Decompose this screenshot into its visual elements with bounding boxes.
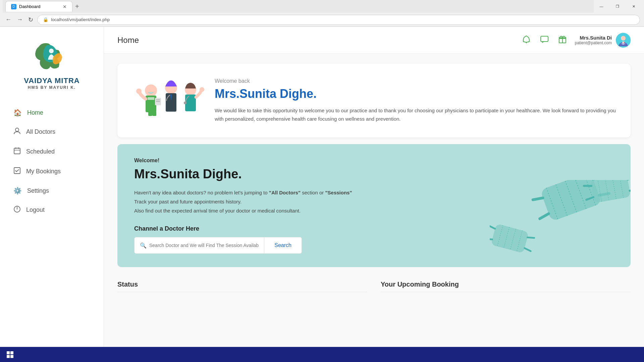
header-actions: Mrs.Sunita Di patient@patient.com	[521, 33, 631, 48]
sidebar-settings-label: Settings	[27, 187, 49, 194]
hero-welcome-label: Welcome!	[134, 158, 422, 164]
channel-label: Channel a Doctor Here	[134, 225, 422, 232]
scheduled-icon	[13, 147, 21, 156]
svg-point-18	[145, 84, 157, 97]
bell-button[interactable]	[521, 34, 532, 47]
hero-patient-name: Mrs.Sunita Dighe.	[134, 167, 422, 181]
sidebar-item-my-bookings[interactable]: My Bookings	[7, 162, 97, 181]
logout-icon	[13, 205, 21, 215]
search-row: 🔍 Search	[134, 237, 302, 254]
sidebar-home-label: Home	[27, 109, 43, 116]
svg-point-29	[184, 102, 186, 104]
svg-rect-64	[10, 355, 13, 358]
status-title: Status	[117, 281, 367, 292]
sidebar-doctors-label: All Doctors	[26, 128, 55, 135]
svg-line-35	[539, 214, 549, 219]
tab-title: Dashboard	[19, 4, 41, 9]
bookings-icon	[13, 167, 21, 176]
restore-button[interactable]: ❐	[610, 1, 625, 12]
url-text: localhost/vm/patient/index.php	[51, 17, 110, 22]
svg-point-1	[15, 128, 19, 131]
user-info: Mrs.Sunita Di patient@patient.com	[575, 35, 612, 45]
welcome-description: We would like to take this opportunity t…	[215, 106, 617, 123]
sidebar-item-home[interactable]: 🏠 Home	[7, 103, 97, 122]
logo-title: VAIDYA MITRA	[24, 76, 79, 85]
svg-rect-28	[185, 95, 196, 111]
start-button[interactable]	[3, 347, 17, 362]
sidebar-logout-label: Logout	[26, 206, 45, 214]
new-tab-button[interactable]: +	[72, 3, 82, 10]
user-name: Mrs.Sunita Di	[575, 35, 612, 41]
main-content: Home	[104, 27, 644, 362]
minimize-button[interactable]: —	[594, 1, 609, 12]
doctors-illustration	[131, 74, 205, 127]
sidebar: VAIDYA MITRA HMS BY MAYURI K. 🏠 Home All…	[0, 27, 104, 362]
welcome-text-area: Welcome back Mrs.Sunita Dighe. We would …	[215, 78, 617, 123]
logo-area: VAIDYA MITRA HMS BY MAYURI K.	[0, 34, 104, 97]
svg-rect-63	[7, 355, 10, 358]
home-icon: 🏠	[13, 109, 22, 117]
hero-desc-part2: section or	[301, 190, 325, 195]
svg-rect-62	[10, 351, 13, 354]
lock-icon: 🔒	[43, 17, 48, 22]
welcome-back-label: Welcome back	[215, 78, 617, 84]
sidebar-item-all-doctors[interactable]: All Doctors	[7, 122, 97, 142]
search-input-wrap: 🔍	[134, 237, 264, 254]
hero-description: Haven't any idea about doctors? no probl…	[134, 188, 422, 215]
back-button[interactable]: ←	[4, 15, 13, 24]
svg-point-0	[49, 49, 54, 53]
svg-rect-43	[491, 224, 529, 253]
nav-menu: 🏠 Home All Doctors	[0, 103, 104, 220]
sidebar-item-scheduled[interactable]: Scheduled	[7, 142, 97, 162]
hero-banner: Welcome! Mrs.Sunita Dighe. Haven't any i…	[117, 144, 631, 267]
svg-rect-20	[148, 97, 154, 100]
tab-close-btn[interactable]: ✕	[63, 4, 67, 9]
browser-chrome: D Dashboard ✕ + — ❐ ✕ ← → ↻ 🔒 localhost/…	[0, 0, 644, 27]
svg-rect-17	[622, 42, 624, 43]
hero-desc-part1: Haven't any idea about doctors? no probl…	[134, 190, 269, 195]
svg-line-45	[490, 238, 492, 241]
booking-section: Your Upcoming Booking	[381, 281, 631, 292]
search-input[interactable]	[149, 243, 259, 248]
bottom-section: Status Your Upcoming Booking	[117, 274, 631, 299]
logo-icon	[32, 40, 72, 74]
welcome-card: Welcome back Mrs.Sunita Dighe. We would …	[117, 64, 631, 137]
gift-button[interactable]	[557, 34, 568, 47]
svg-rect-11	[541, 36, 548, 42]
svg-line-44	[490, 226, 495, 229]
taskbar	[0, 347, 644, 362]
sidebar-scheduled-label: Scheduled	[26, 148, 55, 155]
svg-line-56	[630, 189, 631, 192]
svg-point-30	[200, 87, 204, 92]
sidebar-item-logout[interactable]: Logout	[7, 200, 97, 220]
sidebar-bookings-label: My Bookings	[26, 168, 61, 175]
svg-rect-2	[14, 148, 20, 154]
sidebar-item-settings[interactable]: ⚙️ Settings	[7, 181, 97, 200]
svg-line-46	[527, 236, 534, 239]
mask-illustration	[490, 180, 631, 267]
svg-rect-52	[590, 180, 631, 203]
address-bar[interactable]: 🔒 localhost/vm/patient/index.php	[37, 15, 640, 25]
svg-point-24	[136, 88, 142, 94]
active-tab[interactable]: D Dashboard ✕	[5, 1, 72, 12]
hero-desc-line2: Track your past and future appointments …	[134, 199, 241, 204]
svg-rect-61	[7, 351, 10, 354]
search-button[interactable]: Search	[264, 237, 302, 254]
svg-line-47	[524, 248, 531, 251]
svg-line-34	[533, 196, 543, 201]
close-button[interactable]: ✕	[626, 1, 641, 12]
search-input-icon: 🔍	[140, 242, 147, 249]
hero-content: Welcome! Mrs.Sunita Dighe. Haven't any i…	[134, 158, 422, 254]
user-profile[interactable]: Mrs.Sunita Di patient@patient.com	[575, 33, 631, 48]
logo-subtitle: HMS BY MAYURI K.	[28, 85, 76, 90]
refresh-button[interactable]: ↻	[27, 15, 35, 25]
chat-button[interactable]	[539, 34, 550, 47]
tab-favicon: D	[11, 4, 16, 9]
forward-button[interactable]: →	[15, 15, 24, 24]
status-section: Status	[117, 281, 367, 292]
settings-icon: ⚙️	[13, 187, 22, 195]
hero-desc-link2: "Sessions"	[325, 190, 352, 195]
welcome-patient-name: Mrs.Sunita Dighe.	[215, 87, 617, 101]
booking-title: Your Upcoming Booking	[381, 281, 631, 292]
svg-rect-31	[148, 111, 152, 116]
